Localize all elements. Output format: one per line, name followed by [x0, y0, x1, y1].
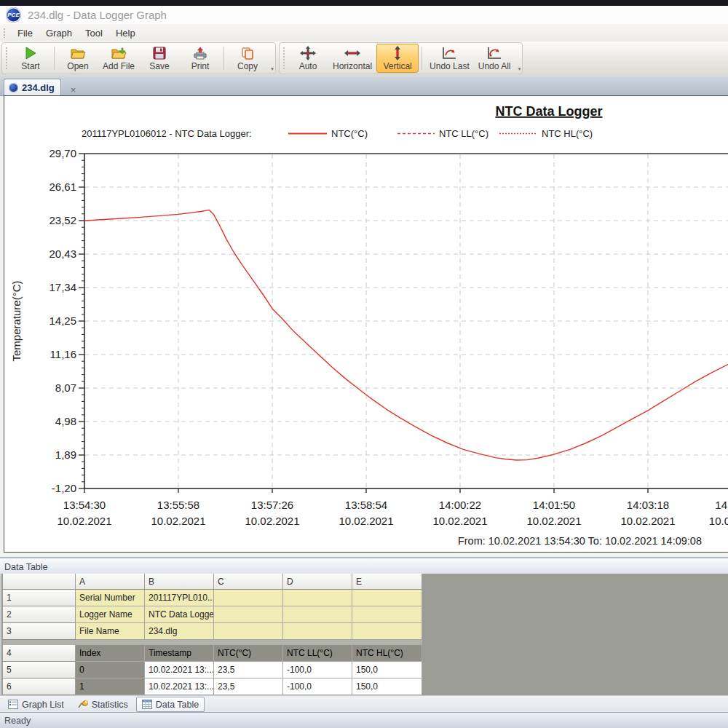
toolbar-button-label: Add File [103, 61, 135, 71]
start-button[interactable]: Start [10, 44, 51, 73]
print-button[interactable]: Print [180, 44, 221, 73]
bottom-tab-statistics[interactable]: Statistics [72, 697, 134, 712]
sheet-row-header-6[interactable]: 6 [3, 678, 76, 695]
document-tab-bar: 234.dlg × [0, 76, 728, 96]
bottom-tab-graph-list[interactable]: Graph List [2, 697, 70, 712]
undo-all-button[interactable]: Undo All [474, 44, 515, 73]
copy-icon [240, 46, 256, 60]
spreadsheet: ABCDE1Serial Number201117YPL010...2Logge… [0, 574, 728, 695]
status-text: Ready [4, 716, 31, 726]
toolbar-group-2: AutoHorizontalVerticalUndo LastUndo All▾ [279, 42, 523, 74]
x-tick-time-label: 13:58:54 [345, 499, 387, 511]
toolbar-button-label: Copy [237, 61, 258, 71]
sheet-cell[interactable]: NTC Data Logger [145, 606, 214, 623]
print-icon [192, 46, 208, 60]
y-tick-label: 26,61 [49, 181, 76, 193]
start-play-icon [23, 46, 39, 60]
horizontal-button[interactable]: Horizontal [328, 44, 376, 73]
sheet-corner-cell[interactable] [3, 574, 76, 590]
sheet-row-header-1[interactable]: 1 [3, 590, 76, 606]
sheet-column-header-D[interactable]: D [283, 574, 352, 590]
bottom-tab-label: Graph List [22, 700, 64, 710]
toolbar: StartOpenAdd FileSavePrintCopy▾AutoHoriz… [0, 41, 728, 76]
vertical-button[interactable]: Vertical [376, 44, 419, 73]
save-button[interactable]: Save [139, 44, 180, 73]
sheet-cell[interactable]: NTC HL(°C) [352, 645, 422, 662]
y-tick-label: 14,25 [49, 314, 76, 327]
toolbar-group-1: StartOpenAdd FileSavePrintCopy▾ [1, 42, 276, 74]
sheet-row-header-4[interactable]: 4 [3, 645, 76, 662]
sheet-cell[interactable]: Index [76, 645, 145, 662]
sheet-column-header-C[interactable]: C [214, 574, 283, 590]
y-tick-label: 17,34 [49, 281, 76, 293]
sheet-cell[interactable]: NTC(°C) [214, 645, 283, 662]
sheet-row-header-2[interactable]: 2 [3, 606, 76, 623]
sheet-cell[interactable]: 234.dlg [145, 623, 214, 640]
x-tick-date-label: 10.02.2021 [432, 515, 487, 527]
toolbar-overflow-chevron-icon[interactable]: ▾ [271, 66, 274, 72]
sheet-cell[interactable]: NTC LL(°C) [283, 645, 352, 662]
sheet-column-header-E[interactable]: E [352, 574, 422, 590]
sheet-cell[interactable]: Serial Number [76, 590, 145, 606]
sheet-cell[interactable]: -100,0 [283, 662, 352, 678]
x-tick-time-label: 14:03:18 [627, 499, 669, 511]
menu-item-file[interactable]: File [11, 25, 39, 41]
sheet-cell[interactable]: File Name [76, 623, 145, 640]
y-tick-label: 11,16 [50, 348, 76, 360]
sheet-column-header-A[interactable]: A [76, 574, 145, 590]
chart-panel[interactable]: NTC Data Logger201117YPL0106012 - NTC Da… [4, 95, 728, 553]
sheet-cell[interactable]: 150,0 [352, 662, 422, 678]
auto-zoom-icon [300, 46, 316, 60]
sheet-cell[interactable] [214, 623, 283, 640]
menu-bar: FileGraphToolHelp [0, 24, 728, 42]
sheet-cell[interactable] [214, 590, 283, 606]
sheet-cell[interactable] [283, 623, 352, 640]
menu-item-tool[interactable]: Tool [79, 25, 109, 41]
sheet-cell[interactable] [352, 623, 422, 640]
app-window: PCE 234.dlg - Data Logger Graph FileGrap… [0, 0, 728, 728]
table-row: 5010.02.2021 13:...23,5-100,0150,0 [3, 662, 422, 678]
toolbar-overflow-chevron-icon[interactable]: ▾ [518, 66, 521, 72]
sheet-cell[interactable] [352, 606, 422, 623]
sheet-cell[interactable]: 23,5 [214, 662, 283, 678]
sheet-cell[interactable]: 0 [76, 662, 145, 678]
toolbar-separator [54, 47, 55, 70]
table-row: 6110.02.2021 13:...23,5-100,0150,0 [3, 678, 422, 695]
sheet-cell[interactable] [283, 606, 352, 623]
toolbar-button-label: Undo Last [430, 61, 470, 71]
sheet-row-header-3[interactable]: 3 [3, 623, 76, 640]
tab-close-icon[interactable]: × [68, 84, 79, 95]
sheet-cell[interactable] [214, 606, 283, 623]
undo-last-button[interactable]: Undo Last [425, 44, 474, 73]
menu-item-graph[interactable]: Graph [39, 25, 79, 41]
sheet-cell[interactable]: -100,0 [283, 678, 352, 695]
bottom-tab-data-table[interactable]: Data Table [136, 697, 205, 712]
menu-item-help[interactable]: Help [109, 25, 142, 41]
sheet-cell[interactable] [283, 590, 352, 606]
sheet-cell[interactable]: 150,0 [352, 678, 422, 695]
sheet-cell[interactable] [352, 590, 422, 606]
x-tick-time-label-partial: 14 [715, 499, 727, 511]
copy-button[interactable]: Copy [227, 44, 268, 73]
sheet-cell[interactable]: 10.02.2021 13:... [145, 678, 214, 695]
y-tick-label: 29,70 [49, 147, 76, 159]
sheet-cell[interactable]: Logger Name [76, 606, 145, 623]
sheet-column-header-B[interactable]: B [145, 574, 214, 590]
data-table-panel-title: Data Table [4, 562, 48, 572]
x-tick-date-label: 10.02.2021 [526, 515, 581, 527]
sheet-cell[interactable]: 201117YPL010... [145, 590, 214, 606]
sheet-row-header-5[interactable]: 5 [3, 662, 76, 678]
data-table-icon [142, 700, 152, 709]
sheet-cell[interactable]: Timestamp [145, 645, 214, 662]
sheet-cell[interactable]: 10.02.2021 13:... [145, 662, 214, 678]
sheet-cell[interactable]: 1 [76, 678, 145, 695]
x-tick-date-label-partial: 10.0 [709, 515, 728, 527]
legend-label: NTC HL(°C) [542, 128, 593, 139]
auto-button[interactable]: Auto [288, 44, 328, 73]
sheet-cell[interactable]: 23,5 [214, 678, 283, 695]
open-button[interactable]: Open [58, 44, 98, 73]
document-tab[interactable]: 234.dlg [4, 79, 61, 95]
add-file-button[interactable]: Add File [98, 44, 139, 73]
ntc-line-chart[interactable]: NTC Data Logger201117YPL0106012 - NTC Da… [4, 96, 728, 552]
vertical-zoom-icon [389, 46, 405, 60]
